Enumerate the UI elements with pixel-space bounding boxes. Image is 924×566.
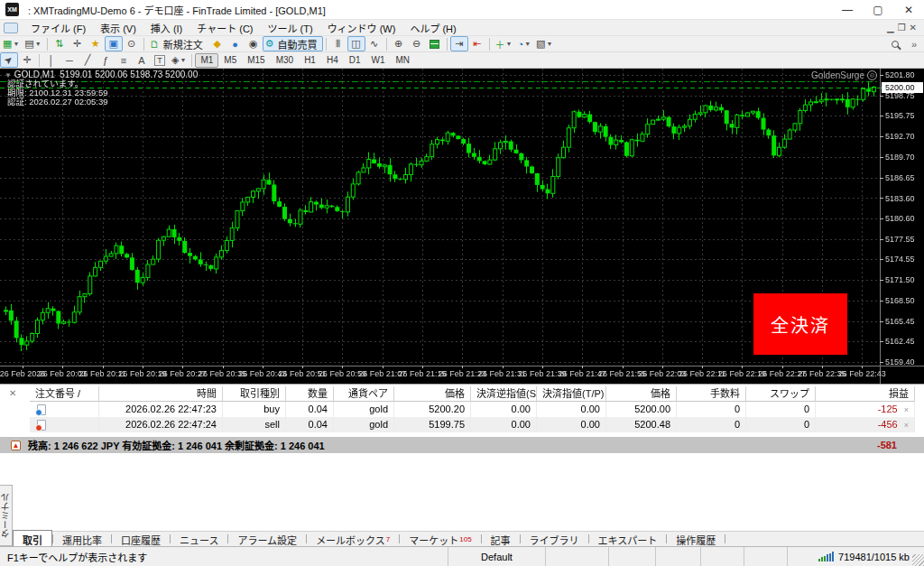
- zoom-in-button[interactable]: ⊕: [390, 36, 408, 51]
- timeframe-m30[interactable]: M30: [271, 53, 299, 68]
- column-header-2[interactable]: 取引種別: [223, 386, 286, 402]
- new-order-button[interactable]: 🗋新規注文: [147, 36, 208, 51]
- menu-item-3[interactable]: チャート (C): [189, 21, 260, 35]
- auto-scroll-button[interactable]: ⇥: [450, 36, 468, 51]
- profiles-button[interactable]: ▤▼: [22, 36, 43, 51]
- tab-0[interactable]: 取引: [13, 530, 52, 546]
- tab-10[interactable]: 操作履歴: [667, 532, 725, 546]
- menu-item-5[interactable]: ウィンドウ (W): [320, 21, 403, 35]
- ea-smiley-icon[interactable]: ☺: [867, 70, 877, 80]
- zoom-out-button[interactable]: ⊖: [408, 36, 426, 51]
- timeframe-mn[interactable]: MN: [391, 53, 416, 68]
- market-watch-button[interactable]: ⇅: [51, 36, 69, 51]
- column-header-5[interactable]: 価格: [394, 386, 471, 402]
- vertical-line-button[interactable]: │: [42, 52, 60, 68]
- order-volume: 0.04: [286, 417, 334, 432]
- column-header-9[interactable]: 手数料: [677, 386, 746, 402]
- autotrading-button[interactable]: ⚙自動売買: [263, 36, 323, 51]
- close-position-icon[interactable]: ×: [904, 405, 909, 414]
- tab-4[interactable]: アラーム設定: [228, 532, 306, 546]
- chart-shift-button[interactable]: ⇤: [468, 36, 486, 51]
- menu-item-1[interactable]: 表示 (V): [93, 21, 143, 35]
- column-header-11[interactable]: 損益: [816, 386, 915, 402]
- tab-3[interactable]: ニュース: [171, 532, 227, 546]
- fibonacci-button[interactable]: ƒ: [97, 52, 115, 68]
- periods-button[interactable]: ◔▼: [515, 36, 534, 51]
- text-label-button[interactable]: T: [151, 52, 169, 68]
- navigator-button[interactable]: ★: [87, 36, 105, 51]
- price-label: 5192.70: [885, 132, 915, 141]
- toolbar-overflow-chevron[interactable]: »: [911, 39, 917, 50]
- metaeditor-button[interactable]: ◆: [208, 36, 226, 51]
- tab-7[interactable]: 記事: [482, 532, 520, 546]
- maximize-button[interactable]: ▢: [863, 0, 893, 19]
- status-help-text: F1キーでヘルプが表示されます: [0, 547, 448, 566]
- tab-1[interactable]: 運用比率: [53, 532, 111, 546]
- title-bar: XM : XMTradingMU-Demo 6 - デモ口座 - FinTrad…: [0, 0, 924, 20]
- tab-2[interactable]: 口座履歴: [112, 532, 170, 546]
- tile-windows-button[interactable]: [426, 36, 444, 51]
- horizontal-line-button[interactable]: ─: [60, 52, 79, 68]
- terminal-button[interactable]: ▣: [105, 36, 123, 51]
- new-chart-button[interactable]: ▦▼: [0, 36, 22, 51]
- time-axis: 26 Feb 202626 Feb 20:0326 Feb 20:1126 Fe…: [0, 367, 880, 384]
- timeframe-h4[interactable]: H4: [321, 53, 344, 68]
- cursor-icon: ➤: [2, 53, 15, 68]
- crosshair-icon: ✛: [23, 54, 31, 66]
- status-profile[interactable]: Default: [448, 547, 546, 566]
- mdi-minimize-button[interactable]: ▁: [887, 23, 894, 32]
- close-button[interactable]: ✕: [893, 0, 924, 19]
- column-header-0[interactable]: 注文番号 /: [30, 386, 99, 402]
- cursor-button[interactable]: ➤: [0, 52, 18, 68]
- column-header-7[interactable]: 決済指値(T/P): [537, 386, 606, 402]
- timeframe-m5[interactable]: M5: [218, 53, 242, 68]
- chevron-down-icon: ▼: [13, 41, 19, 47]
- text-button[interactable]: A: [133, 52, 151, 68]
- tab-8[interactable]: ライブラリ: [521, 532, 588, 546]
- line-chart-button[interactable]: ∿: [365, 36, 383, 51]
- column-header-1[interactable]: 時間: [99, 386, 223, 402]
- column-header-10[interactable]: スワップ: [746, 386, 816, 402]
- search-icon: [892, 41, 899, 48]
- terminal-side-tab[interactable]: ターミナル: [0, 485, 13, 546]
- web-terminal-button[interactable]: ◉: [245, 36, 263, 51]
- menu-item-6[interactable]: ヘルプ (H): [402, 21, 463, 35]
- trendline-button[interactable]: ╱: [79, 52, 97, 68]
- profit-value: -456: [878, 419, 898, 430]
- column-header-6[interactable]: 決済逆指値(S/L): [471, 386, 537, 402]
- crosshair-button[interactable]: ✛: [18, 52, 36, 68]
- strategy-tester-button[interactable]: ⊙: [123, 36, 141, 51]
- candlestick-button[interactable]: ◫: [347, 36, 365, 51]
- mdi-close-button[interactable]: ✕: [910, 23, 917, 32]
- timeframe-m15[interactable]: M15: [242, 53, 270, 68]
- search-button[interactable]: [886, 36, 904, 51]
- bar-chart-button[interactable]: ⫴: [329, 36, 347, 51]
- balance-text: 残高: 1 246 622 JPY 有効証拠金: 1 246 041 余剰証拠金…: [28, 438, 325, 452]
- price-label: 5159.40: [885, 357, 915, 367]
- indicators-button[interactable]: ＋▼: [493, 36, 515, 51]
- tab-6[interactable]: マーケット105: [400, 532, 480, 546]
- minimize-button[interactable]: —: [832, 0, 863, 19]
- menu-item-2[interactable]: 挿入 (I): [143, 21, 189, 35]
- data-window-button[interactable]: ✛: [69, 36, 87, 51]
- menu-item-0[interactable]: ファイル (F): [23, 21, 93, 35]
- timeframe-h1[interactable]: H1: [299, 53, 321, 68]
- column-header-4[interactable]: 通貨ペア: [334, 386, 394, 402]
- shapes-button[interactable]: ◈▼: [169, 52, 189, 68]
- mdi-restore-button[interactable]: ❐: [898, 23, 906, 32]
- column-header-3[interactable]: 数量: [286, 386, 334, 402]
- close-position-icon[interactable]: ×: [904, 421, 909, 430]
- menu-item-4[interactable]: ツール (T): [261, 21, 320, 35]
- tab-9[interactable]: エキスパート: [589, 532, 667, 546]
- panel-close-icon[interactable]: ✕: [9, 388, 16, 398]
- close-all-button[interactable]: 全決済: [753, 293, 847, 355]
- mql5-community-button[interactable]: ●: [226, 36, 245, 51]
- column-header-8[interactable]: 価格: [606, 386, 677, 402]
- timeframe-w1[interactable]: W1: [366, 53, 391, 68]
- templates-button[interactable]: ▧▼: [533, 36, 555, 51]
- channel-button[interactable]: ≡: [115, 52, 133, 68]
- timeframe-d1[interactable]: D1: [344, 53, 366, 68]
- timeframe-m1[interactable]: M1: [195, 53, 218, 68]
- terminal-tabs: 取引運用比率口座履歴ニュースアラーム設定メールボックス7マーケット105記事ライ…: [13, 531, 924, 546]
- tab-5[interactable]: メールボックス7: [307, 532, 399, 546]
